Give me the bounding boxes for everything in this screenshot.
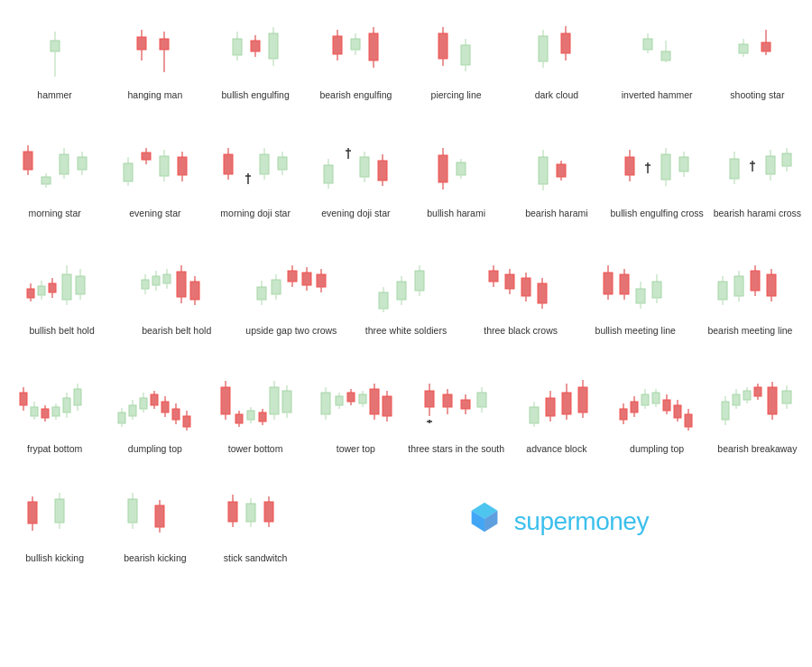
pattern-advance-block: advance block bbox=[506, 363, 606, 463]
pattern-three-black-crows: three black crows bbox=[464, 245, 578, 345]
label-morning-doji-star: morning doji star bbox=[220, 208, 291, 220]
svg-rect-43 bbox=[661, 51, 670, 60]
svg-rect-271 bbox=[247, 411, 254, 420]
svg-rect-241 bbox=[74, 389, 81, 405]
svg-rect-34 bbox=[539, 36, 548, 61]
chart-bearish-engulfing bbox=[315, 14, 396, 86]
pattern-hanging-man: hanging man bbox=[105, 9, 205, 109]
label-stick-sandwitch: stick sandwitch bbox=[224, 552, 288, 565]
chart-upside-gap-two-crows bbox=[251, 249, 332, 321]
pattern-bullish-engulfing: bullish engulfing bbox=[206, 9, 306, 109]
svg-rect-256 bbox=[161, 402, 169, 412]
svg-rect-16 bbox=[269, 33, 278, 59]
chart-dumpling-top-1 bbox=[115, 367, 196, 440]
svg-rect-375 bbox=[155, 505, 164, 527]
svg-rect-139 bbox=[38, 286, 45, 295]
svg-rect-55 bbox=[42, 177, 51, 184]
pattern-bullish-belt-hold: bullish belt hold bbox=[5, 245, 119, 345]
chart-evening-doji-star bbox=[315, 132, 396, 204]
svg-rect-28 bbox=[438, 33, 448, 59]
label-evening-doji-star: evening doji star bbox=[321, 208, 390, 220]
svg-rect-381 bbox=[246, 504, 255, 522]
svg-rect-342 bbox=[674, 405, 681, 418]
pattern-inverted-hammer: inverted hammer bbox=[607, 9, 707, 109]
svg-rect-265 bbox=[221, 387, 230, 414]
svg-rect-339 bbox=[663, 400, 670, 411]
svg-rect-130 bbox=[766, 156, 775, 174]
svg-rect-157 bbox=[163, 274, 171, 283]
svg-rect-345 bbox=[685, 414, 692, 427]
svg-rect-277 bbox=[270, 387, 279, 414]
label-shooting-star: shooting star bbox=[730, 89, 784, 102]
chart-bearish-harami bbox=[516, 132, 597, 204]
svg-rect-178 bbox=[317, 274, 326, 287]
svg-rect-151 bbox=[142, 280, 149, 289]
logo-area: supermoney bbox=[306, 472, 807, 572]
pattern-bearish-harami: bearish harami bbox=[506, 127, 606, 227]
chart-bullish-meeting-line bbox=[595, 249, 676, 321]
svg-rect-286 bbox=[336, 396, 343, 405]
pattern-bearish-harami-cross: bearish harami cross bbox=[707, 127, 807, 227]
label-three-white-soldiers: three white soldiers bbox=[365, 325, 447, 338]
label-bullish-belt-hold: bullish belt hold bbox=[29, 325, 94, 338]
svg-rect-348 bbox=[722, 402, 729, 420]
label-dumpling-top-2: dumpling top bbox=[630, 443, 684, 456]
svg-rect-19 bbox=[333, 36, 342, 54]
pattern-shooting-star: shooting star bbox=[707, 9, 807, 109]
svg-rect-235 bbox=[52, 407, 60, 416]
svg-rect-61 bbox=[78, 157, 87, 170]
row-1: hammer hanging man bbox=[0, 0, 812, 118]
chart-tower-top bbox=[315, 367, 396, 440]
svg-rect-40 bbox=[643, 39, 652, 50]
chart-hammer bbox=[14, 14, 96, 86]
label-frypat-bottom: frypat bottom bbox=[27, 443, 82, 456]
svg-rect-309 bbox=[461, 400, 470, 409]
label-piercing-line: piercing line bbox=[431, 89, 482, 102]
row-3: bullish belt hold bbox=[0, 236, 812, 354]
svg-rect-193 bbox=[505, 274, 514, 289]
svg-rect-187 bbox=[415, 271, 424, 291]
label-bearish-kicking: bearish kicking bbox=[124, 552, 186, 565]
chart-stick-sandwitch bbox=[215, 477, 296, 549]
svg-rect-363 bbox=[782, 391, 791, 403]
svg-rect-52 bbox=[23, 152, 32, 170]
pattern-three-white-soldiers: three white soldiers bbox=[348, 245, 463, 345]
row-4: frypat bottom bbox=[0, 354, 812, 472]
svg-rect-223 bbox=[767, 274, 776, 296]
logo-text: supermoney bbox=[514, 507, 649, 536]
svg-rect-318 bbox=[546, 398, 555, 416]
svg-rect-250 bbox=[140, 398, 147, 409]
label-hammer: hammer bbox=[37, 89, 72, 102]
pattern-tower-bottom: tower bottom bbox=[206, 363, 306, 463]
svg-rect-301 bbox=[425, 391, 434, 407]
svg-rect-160 bbox=[177, 272, 186, 297]
chart-three-black-crows bbox=[480, 249, 561, 321]
chart-hanging-man bbox=[115, 14, 196, 86]
label-upside-gap-two-crows: upside gap two crows bbox=[245, 325, 337, 338]
chart-piercing-line bbox=[416, 14, 497, 86]
pattern-tower-top: tower top bbox=[306, 363, 406, 463]
svg-rect-133 bbox=[782, 153, 791, 166]
pattern-bearish-meeting-line: bearish meeting line bbox=[693, 245, 807, 345]
svg-rect-220 bbox=[751, 271, 760, 291]
svg-rect-175 bbox=[302, 273, 311, 285]
svg-rect-232 bbox=[42, 409, 49, 418]
pattern-bearish-breakaway: bearish breakaway bbox=[707, 363, 807, 463]
svg-rect-190 bbox=[489, 271, 498, 282]
svg-rect-100 bbox=[438, 155, 448, 182]
label-bearish-meeting-line: bearish meeting line bbox=[707, 325, 792, 338]
svg-rect-184 bbox=[397, 282, 406, 300]
svg-rect-208 bbox=[636, 289, 645, 303]
logo-icon bbox=[465, 501, 505, 542]
svg-rect-76 bbox=[224, 154, 233, 174]
row-2: morning star bbox=[0, 118, 812, 236]
label-bearish-engulfing: bearish engulfing bbox=[319, 89, 392, 102]
svg-rect-136 bbox=[27, 289, 34, 298]
svg-rect-262 bbox=[183, 416, 190, 427]
svg-rect-142 bbox=[49, 283, 56, 292]
chart-bearish-kicking bbox=[115, 477, 196, 549]
chart-dumpling-top-2 bbox=[616, 367, 697, 440]
chart-three-white-soldiers bbox=[365, 249, 447, 321]
label-bullish-harami: bullish harami bbox=[427, 208, 485, 220]
chart-three-stars-south bbox=[416, 367, 497, 440]
